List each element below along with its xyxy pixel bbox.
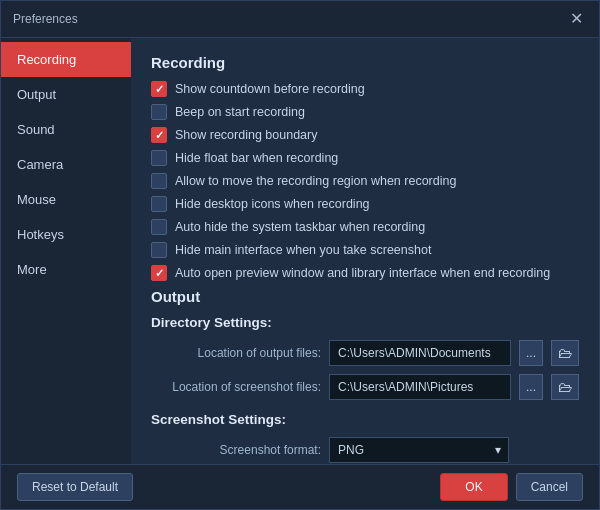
checkbox-preview-window-label: Auto open preview window and library int… — [175, 266, 550, 280]
checkbox-move-region-box[interactable] — [151, 173, 167, 189]
ok-button[interactable]: OK — [440, 473, 507, 501]
output-files-label: Location of output files: — [151, 346, 321, 360]
screenshot-files-input[interactable] — [329, 374, 511, 400]
checkbox-beep: Beep on start recording — [151, 104, 579, 120]
checkbox-beep-box[interactable] — [151, 104, 167, 120]
checkbox-boundary-label: Show recording boundary — [175, 128, 317, 142]
checkbox-floatbar: Hide float bar when recording — [151, 150, 579, 166]
preferences-dialog: Preferences ✕ Recording Output Sound Cam… — [0, 0, 600, 510]
checkbox-desktop-icons-label: Hide desktop icons when recording — [175, 197, 370, 211]
output-files-row: Location of output files: ... 🗁 — [151, 340, 579, 366]
screenshot-files-folder-button[interactable]: 🗁 — [551, 374, 579, 400]
checkbox-taskbar: Auto hide the system taskbar when record… — [151, 219, 579, 235]
checkbox-countdown-label: Show countdown before recording — [175, 82, 365, 96]
cancel-button[interactable]: Cancel — [516, 473, 583, 501]
checkbox-main-interface: Hide main interface when you take screen… — [151, 242, 579, 258]
sidebar-item-output[interactable]: Output — [1, 77, 131, 112]
directory-settings-title: Directory Settings: — [151, 315, 579, 330]
dialog-title: Preferences — [13, 12, 78, 26]
screenshot-files-row: Location of screenshot files: ... 🗁 — [151, 374, 579, 400]
reset-button[interactable]: Reset to Default — [17, 473, 133, 501]
sidebar-item-hotkeys[interactable]: Hotkeys — [1, 217, 131, 252]
checkbox-taskbar-label: Auto hide the system taskbar when record… — [175, 220, 425, 234]
screenshot-format-select[interactable]: PNG JPG BMP — [329, 437, 509, 463]
checkbox-floatbar-box[interactable] — [151, 150, 167, 166]
checkbox-taskbar-box[interactable] — [151, 219, 167, 235]
output-files-input[interactable] — [329, 340, 511, 366]
checkbox-boundary: Show recording boundary — [151, 127, 579, 143]
screenshot-files-dots-button[interactable]: ... — [519, 374, 543, 400]
footer-right: OK Cancel — [440, 473, 583, 501]
sidebar-item-more[interactable]: More — [1, 252, 131, 287]
sidebar-item-mouse[interactable]: Mouse — [1, 182, 131, 217]
output-files-folder-button[interactable]: 🗁 — [551, 340, 579, 366]
checkbox-main-interface-label: Hide main interface when you take screen… — [175, 243, 431, 257]
screenshot-format-select-wrapper: PNG JPG BMP — [329, 437, 509, 463]
screenshot-settings-title: Screenshot Settings: — [151, 412, 579, 427]
checkbox-beep-label: Beep on start recording — [175, 105, 305, 119]
recording-section-title: Recording — [151, 54, 579, 71]
screenshot-format-label: Screenshot format: — [151, 443, 321, 457]
checkbox-boundary-box[interactable] — [151, 127, 167, 143]
checkbox-move-region-label: Allow to move the recording region when … — [175, 174, 456, 188]
screenshot-format-row: Screenshot format: PNG JPG BMP — [151, 437, 579, 463]
sidebar-item-sound[interactable]: Sound — [1, 112, 131, 147]
checkbox-preview-window: Auto open preview window and library int… — [151, 265, 579, 281]
sidebar-item-recording[interactable]: Recording — [1, 42, 131, 77]
output-files-dots-button[interactable]: ... — [519, 340, 543, 366]
title-bar: Preferences ✕ — [1, 1, 599, 38]
checkbox-desktop-icons-box[interactable] — [151, 196, 167, 212]
checkbox-preview-window-box[interactable] — [151, 265, 167, 281]
checkbox-floatbar-label: Hide float bar when recording — [175, 151, 338, 165]
checkbox-main-interface-box[interactable] — [151, 242, 167, 258]
output-section-title: Output — [151, 288, 579, 305]
sidebar-item-camera[interactable]: Camera — [1, 147, 131, 182]
footer: Reset to Default OK Cancel — [1, 464, 599, 509]
close-button[interactable]: ✕ — [566, 9, 587, 29]
checkbox-desktop-icons: Hide desktop icons when recording — [151, 196, 579, 212]
sidebar: Recording Output Sound Camera Mouse Hotk… — [1, 38, 131, 464]
output-section: Output Directory Settings: Location of o… — [151, 288, 579, 463]
checkbox-countdown: Show countdown before recording — [151, 81, 579, 97]
screenshot-files-label: Location of screenshot files: — [151, 380, 321, 394]
main-content: Recording Output Sound Camera Mouse Hotk… — [1, 38, 599, 464]
checkbox-countdown-box[interactable] — [151, 81, 167, 97]
content-area: Recording Show countdown before recordin… — [131, 38, 599, 464]
checkbox-move-region: Allow to move the recording region when … — [151, 173, 579, 189]
